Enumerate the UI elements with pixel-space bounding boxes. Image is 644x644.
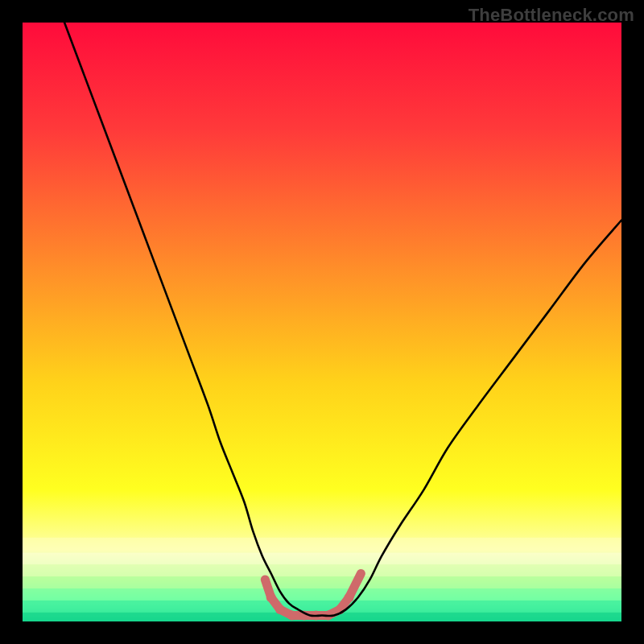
valley-marker-dot: [266, 592, 276, 602]
valley-marker-dot: [287, 611, 297, 621]
chart-svg: [23, 23, 621, 621]
chart-band: [23, 538, 621, 553]
chart-frame: TheBottleneck.com: [0, 0, 644, 644]
chart-band: [23, 564, 621, 576]
valley-marker-dot: [352, 582, 358, 588]
watermark-text: TheBottleneck.com: [469, 5, 634, 26]
chart-band: [23, 576, 621, 588]
valley-marker-dot: [344, 592, 353, 602]
chart-band: [23, 588, 621, 601]
valley-marker-dot: [357, 570, 364, 576]
valley-marker-dot: [275, 605, 285, 614]
chart-background: [23, 23, 621, 621]
chart-plot-area: [23, 23, 621, 621]
chart-band: [23, 552, 621, 564]
valley-marker-dot: [262, 576, 268, 583]
chart-band: [23, 601, 621, 613]
